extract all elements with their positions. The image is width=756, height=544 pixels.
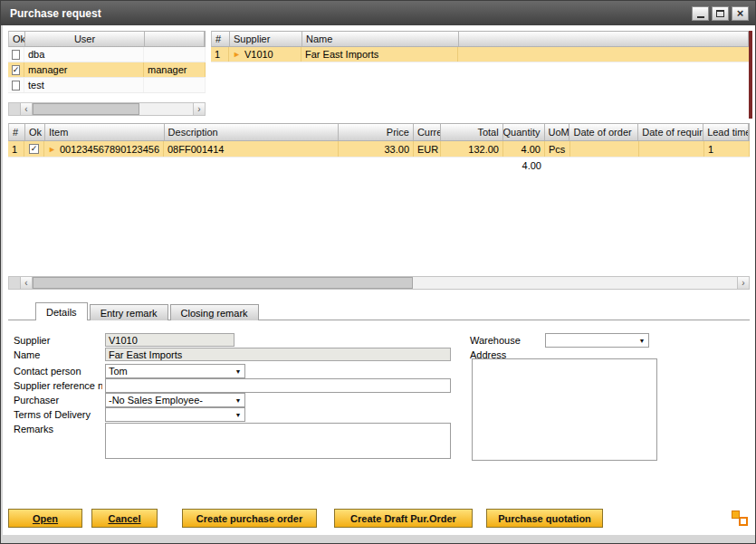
title-bar[interactable]: Purchase request × — [1, 1, 755, 25]
purchase-request-window: Purchase request × Ok User dba ✓ manager… — [0, 0, 756, 544]
user-row[interactable]: dba — [8, 47, 206, 62]
quantity-cell: 4.00 — [503, 141, 545, 157]
chevron-down-icon[interactable]: ▼ — [233, 394, 244, 406]
purchaser-combo[interactable]: -No Sales Employee- ▼ — [105, 393, 245, 407]
open-button[interactable]: Open — [8, 509, 82, 528]
quantity-total-cell: 4.00 — [503, 157, 545, 174]
link-arrow-icon[interactable]: ► — [233, 50, 241, 59]
ok-checkbox[interactable]: ✓ — [29, 144, 39, 154]
lead-time-cell: 1 — [704, 141, 750, 157]
resize-grip-icon — [739, 517, 748, 526]
col-header-date-of-order[interactable]: Date of order — [569, 124, 638, 140]
supplier-code-cell: ► V1010 — [229, 47, 301, 62]
date-of-required-cell — [639, 141, 704, 157]
col-header-item[interactable]: Item — [45, 124, 165, 140]
link-arrow-icon[interactable]: ► — [48, 145, 56, 154]
scroll-left-icon[interactable]: ‹ — [21, 103, 33, 115]
blank-cell — [458, 47, 750, 62]
close-icon: × — [737, 7, 744, 19]
user-row[interactable]: test — [8, 78, 206, 93]
check-mark: ✓ — [13, 66, 20, 74]
user-cell: dba — [24, 47, 144, 62]
scrollbar-track[interactable] — [413, 277, 737, 289]
cancel-button[interactable]: Cancel — [91, 509, 158, 528]
col-header-uom[interactable]: UoM — [545, 124, 570, 140]
supplier-grid: # Supplier Name 1 ► V1010 Far East Impor… — [211, 31, 750, 62]
scroll-left-icon[interactable]: ‹ — [21, 277, 33, 289]
supplier-reference-input[interactable] — [105, 378, 451, 393]
scroll-right-icon[interactable]: › — [193, 103, 205, 115]
col-header-price[interactable]: Price — [339, 124, 414, 140]
ok-checkbox[interactable]: ✓ — [12, 65, 21, 75]
price-cell: 33.00 — [339, 141, 414, 157]
grid-edge-marker — [749, 31, 752, 119]
supplier-row[interactable]: 1 ► V1010 Far East Imports — [211, 47, 750, 62]
col-header-currency[interactable]: Currency — [414, 124, 441, 140]
scrollbar-corner — [9, 277, 21, 289]
close-button[interactable]: × — [732, 6, 749, 21]
terms-of-delivery-combo[interactable]: ▼ — [105, 407, 245, 422]
ok-checkbox[interactable] — [12, 81, 20, 91]
create-draft-pur-order-button[interactable]: Create Draft Pur.Order — [334, 509, 473, 528]
name-field: Far East Imports — [105, 348, 451, 361]
scrollbar-thumb[interactable] — [33, 103, 139, 115]
resize-grip[interactable] — [731, 511, 749, 527]
minimize-button[interactable] — [692, 6, 709, 21]
maximize-button[interactable] — [712, 6, 729, 21]
col-header-name[interactable]: Name — [302, 32, 459, 46]
create-purchase-order-button[interactable]: Create purchase order — [182, 509, 317, 528]
chevron-down-icon[interactable]: ▼ — [233, 365, 244, 377]
uom-cell: Pcs — [545, 141, 570, 157]
col-header-total[interactable]: Total — [441, 124, 503, 140]
scrollbar-track[interactable] — [139, 103, 193, 115]
users-grid-hscrollbar: ‹ › — [8, 102, 206, 116]
contact-person-label: Contact person — [14, 366, 81, 377]
maximize-icon — [716, 10, 724, 17]
chevron-down-icon[interactable]: ▼ — [636, 334, 647, 347]
purchaser-label: Purchaser — [14, 395, 59, 406]
col-header-lead-time[interactable]: Lead time — [703, 124, 749, 140]
user-cell: test — [24, 78, 144, 92]
contact-person-combo[interactable]: Tom ▼ — [105, 364, 245, 378]
terms-of-delivery-label: Terms of Delivery — [14, 409, 91, 420]
scrollbar-thumb[interactable] — [33, 277, 413, 289]
currency-cell: EUR — [414, 141, 441, 157]
col-header-quantity[interactable]: Quantity — [503, 124, 545, 140]
col-header-ok[interactable]: Ok — [25, 124, 45, 140]
warehouse-combo[interactable]: ▼ — [545, 333, 649, 348]
date-of-order-cell — [570, 141, 639, 157]
users-grid: Ok User dba ✓ manager manager test — [8, 31, 206, 93]
scroll-right-icon[interactable]: › — [737, 277, 749, 289]
tab-entry-remark[interactable]: Entry remark — [90, 304, 168, 320]
col-header-ok[interactable]: Ok — [9, 32, 25, 46]
window-title: Purchase request — [10, 7, 689, 20]
user-extra-cell: manager — [144, 62, 206, 77]
items-grid: # Ok Item Description Price Currency Tot… — [8, 123, 750, 174]
minimize-icon — [697, 16, 704, 18]
item-code: 001234567890123456 — [60, 144, 159, 155]
col-header-date-of-required[interactable]: Date of required — [638, 124, 703, 140]
col-header-description[interactable]: Description — [165, 124, 339, 140]
supplier-field: V1010 — [105, 333, 234, 347]
ok-checkbox[interactable] — [12, 50, 20, 60]
total-cell: 132.00 — [441, 141, 503, 157]
user-row[interactable]: ✓ manager manager — [8, 62, 206, 78]
summary-row: 4.00 — [8, 157, 750, 174]
tab-closing-remark[interactable]: Closing remark — [170, 304, 259, 320]
supplier-label: Supplier — [14, 335, 50, 346]
chevron-down-icon[interactable]: ▼ — [233, 408, 244, 421]
col-header-supplier[interactable]: Supplier — [230, 32, 302, 46]
supplier-name-cell: Far East Imports — [301, 47, 458, 62]
item-row[interactable]: 1 ✓ ► 001234567890123456 08FF001414 33.0… — [8, 141, 750, 157]
items-grid-hscrollbar: ‹ › — [8, 276, 750, 290]
col-header-num[interactable]: # — [212, 32, 230, 46]
purchaser-value: -No Sales Employee- — [109, 395, 203, 406]
items-grid-header: # Ok Item Description Price Currency Tot… — [8, 123, 750, 141]
address-textarea[interactable] — [472, 358, 657, 461]
remarks-textarea[interactable] — [105, 423, 451, 459]
tab-details[interactable]: Details — [35, 302, 88, 320]
col-header-num[interactable]: # — [9, 124, 25, 140]
col-header-user[interactable]: User — [25, 32, 145, 46]
supplier-code: V1010 — [244, 49, 273, 60]
purchase-quotation-button[interactable]: Purchase quotation — [486, 509, 603, 528]
